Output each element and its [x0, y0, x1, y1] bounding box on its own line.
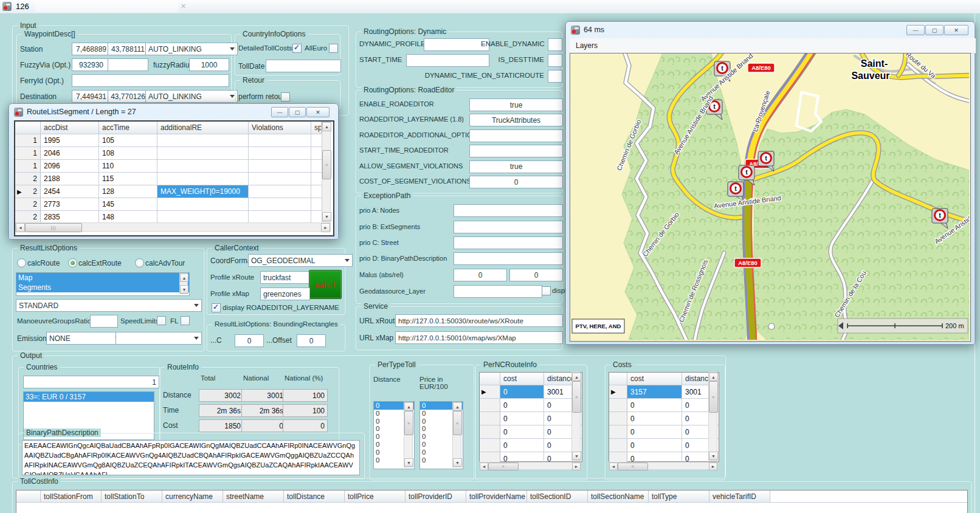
row-header[interactable]: 1 [15, 147, 41, 159]
resultlist-listbox[interactable]: MapSegments [16, 272, 190, 296]
table-row[interactable]: ▶03001 [480, 385, 582, 399]
column-header[interactable]: tollSectionName [588, 491, 649, 502]
destination-y-input[interactable]: 43,770126 [108, 90, 148, 103]
fuzzyvia-input[interactable]: 932930 [72, 58, 111, 71]
destination-linking-select[interactable]: AUTO_LINKING [145, 90, 238, 103]
resultlist-mode-select[interactable]: STANDARD [16, 299, 202, 312]
column-header[interactable]: tollDistance [284, 491, 345, 502]
grid-cell[interactable]: 0 [627, 425, 682, 438]
table-row[interactable]: 00 [480, 439, 582, 452]
geodatasource-display-checkbox[interactable] [542, 286, 551, 295]
column-header[interactable]: tollProviderID [405, 491, 466, 502]
pernc-vscrollbar[interactable]: ▲ ≡ ▼ [571, 372, 581, 461]
minimize-button[interactable]: — [906, 25, 925, 35]
segment-vscrollbar[interactable]: ▲ ≡ ▼ [322, 122, 331, 222]
start-time-input[interactable] [406, 54, 489, 67]
binarypath-text[interactable]: EAEAACEAWIGnQgcAIQBaUadCBAAhAFpRp0IGACEA… [22, 440, 360, 475]
scroll-up-icon[interactable]: ▲ [180, 274, 188, 282]
scroll-thumb[interactable]: ≡ [404, 411, 413, 435]
column-header[interactable]: streetName [223, 491, 284, 502]
column-header[interactable]: Violations [249, 122, 311, 134]
roadeditor-row-value[interactable]: true [469, 98, 563, 111]
grid-cell[interactable]: 108 [99, 147, 157, 159]
table-row[interactable]: 00 [609, 412, 719, 425]
manoeuvre-input[interactable] [90, 315, 118, 328]
row-header[interactable] [480, 399, 500, 411]
malus-abs-input[interactable]: 0 [454, 269, 507, 281]
grid-cell[interactable] [249, 185, 311, 198]
grid-cell[interactable]: 0 [627, 399, 682, 411]
grid-cell[interactable]: 148 [99, 211, 157, 223]
scroll-right-icon[interactable]: ► [321, 223, 330, 232]
table-row[interactable]: 00 [609, 425, 719, 439]
table-row[interactable]: 00 [609, 439, 719, 452]
dynamic-time-input[interactable] [548, 70, 562, 83]
scroll-up-icon[interactable]: ▲ [572, 373, 581, 381]
map-viewport[interactable]: A8/E80 A8/E80 A8/E80 t t t t t t [570, 53, 971, 342]
table-row[interactable]: 22835148 [15, 211, 322, 224]
table-row[interactable]: 12046108 [15, 147, 322, 160]
coordformat-select[interactable]: OG_GEODECIMAL [248, 254, 353, 267]
detailedtollcosts-checkbox[interactable] [292, 44, 302, 53]
scroll-down-icon[interactable]: ▼ [322, 212, 331, 221]
profile-xmap-input[interactable]: greenzones [260, 287, 310, 300]
grid-cell[interactable] [249, 160, 311, 172]
radio-calcExtRoute[interactable] [68, 258, 77, 267]
table-row[interactable]: 22773145 [15, 198, 322, 211]
roadeditor-row-value[interactable]: TruckAttributes [469, 114, 563, 126]
is-desttime-input[interactable] [548, 54, 562, 67]
emissions-select[interactable]: NONE [46, 332, 123, 345]
column-header[interactable]: cost [627, 373, 682, 385]
row-header[interactable] [609, 439, 627, 452]
table-row[interactable]: 12096110 [15, 160, 322, 173]
scroll-down-icon[interactable]: ▼ [180, 285, 188, 294]
scroll-up-icon[interactable]: ▲ [404, 402, 413, 411]
grid-cell[interactable]: MAX_WEIGHT|0=19000 [157, 185, 249, 198]
grid-cell[interactable]: 110 [99, 160, 157, 172]
scroll-up-icon[interactable]: ▲ [453, 402, 462, 411]
malus-rel-input[interactable]: 0 [509, 269, 563, 281]
grid-cell[interactable]: 115 [99, 173, 157, 185]
grid-cell[interactable]: 3157 [627, 385, 682, 398]
scroll-thumb[interactable]: ≡ [322, 150, 331, 179]
grid-cell[interactable] [157, 211, 249, 223]
radio-calcRoute[interactable] [17, 258, 26, 267]
calc-button[interactable]: calc ! [309, 270, 342, 299]
grid-cell[interactable]: 0 [627, 412, 682, 425]
grid-cell[interactable]: 2773 [41, 198, 99, 210]
segment-hscrollbar[interactable]: ◄ ||| ► [15, 222, 331, 232]
resultlist-scrollbar[interactable]: ▲ ▼ [179, 273, 188, 294]
table-row[interactable]: ▶31573001 [609, 385, 719, 399]
enable-dynamic-input[interactable] [548, 38, 562, 51]
grid-cell[interactable]: 0 [627, 439, 682, 452]
prio-b-input[interactable] [454, 221, 563, 233]
station-linking-select[interactable]: AUTO_LINKING [145, 43, 238, 55]
scroll-down-icon[interactable]: ▼ [453, 458, 462, 467]
scroll-left-icon[interactable]: ◄ [480, 463, 488, 470]
grid-cell[interactable]: 0 [500, 425, 544, 438]
column-header[interactable]: accDist [41, 122, 99, 134]
tollcostinfo-grid[interactable]: tollStationFromtollStationTocurrencyName… [16, 490, 968, 513]
list-item[interactable]: Map [16, 273, 189, 283]
prio-c-input[interactable] [454, 236, 563, 249]
scroll-up-icon[interactable]: ▲ [709, 373, 718, 381]
column-header[interactable]: tollSectionID [527, 491, 588, 502]
scroll-left-icon[interactable]: ◄ [16, 223, 25, 232]
row-header[interactable] [609, 412, 627, 425]
grid-cell[interactable] [249, 173, 311, 185]
grid-cell[interactable]: 0 [500, 412, 544, 425]
column-header[interactable]: currencyName [162, 491, 223, 502]
row-header[interactable]: 2 [15, 211, 41, 223]
radio-calcAdvTour[interactable] [135, 258, 144, 267]
segment-grid[interactable]: accDistaccTimeadditionalREViolationsspee… [15, 122, 322, 222]
scroll-down-icon[interactable]: ▼ [709, 452, 718, 460]
costs-hscrollbar[interactable]: ◄ ≡ ► [609, 462, 718, 470]
table-row[interactable]: 00 [480, 412, 582, 425]
display-layername-checkbox[interactable] [212, 303, 221, 312]
column-header[interactable]: vehicleTarifID [709, 491, 770, 502]
scroll-thumb[interactable]: ≡ [488, 463, 519, 470]
pernc-hscrollbar[interactable]: ◄ ≡ ► [479, 462, 581, 470]
grid-cell[interactable] [157, 198, 249, 210]
row-header[interactable]: ▶ [609, 385, 627, 398]
row-header[interactable]: ▶ [480, 385, 500, 398]
